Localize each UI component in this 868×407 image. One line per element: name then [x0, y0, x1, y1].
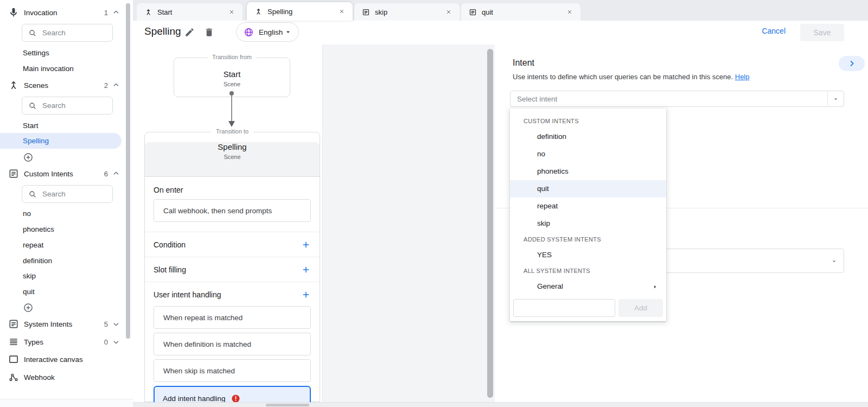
canvas-icon [8, 354, 19, 365]
on-enter-value[interactable]: Call webhook, then send prompts [154, 199, 311, 222]
sidebar-item-settings[interactable]: Settings [23, 48, 115, 59]
menu-item-no[interactable]: no [510, 145, 666, 163]
new-intent-input[interactable] [513, 299, 615, 317]
add-slot-icon[interactable] [301, 265, 311, 275]
handler-when-repeat[interactable]: When repeat is matched [154, 306, 311, 329]
menu-item-yes[interactable]: YES [510, 246, 666, 264]
chevron-up-icon[interactable] [112, 81, 120, 90]
add-intent-handler-icon[interactable] [301, 290, 311, 300]
scene-lane: Transition from Start Scene Transition t… [133, 44, 323, 402]
add-button: Add [618, 299, 663, 317]
sidebar-section-scenes[interactable]: Scenes 2 [0, 78, 124, 92]
condition-label: Condition [154, 240, 186, 249]
sidebar-section-types[interactable]: Types 0 [0, 335, 124, 349]
sidebar-scrollbar[interactable] [126, 3, 130, 339]
sidebar-item-intent-no[interactable]: no [23, 208, 115, 219]
menu-item-general[interactable]: General [510, 278, 666, 295]
intent-panel: Intent Use intents to define which user … [495, 44, 868, 402]
tab-label: Start [157, 8, 228, 16]
scene-type: Scene [145, 154, 320, 160]
condition-section: Condition [145, 232, 320, 257]
scene-icon [8, 80, 19, 91]
section-label: Custom Intents [24, 170, 104, 178]
canvas-scrollbar[interactable] [487, 49, 493, 398]
caret-down-icon [827, 91, 844, 107]
tab-quit[interactable]: quit [461, 3, 580, 21]
from-scene-type: Scene [174, 81, 290, 87]
sidebar-item-intent-quit[interactable]: quit [23, 287, 115, 297]
search-icon [28, 101, 37, 110]
sidebar-item-scene-spelling[interactable]: Spelling [0, 133, 122, 149]
tab-spelling[interactable]: Spelling [247, 2, 353, 21]
webhook-icon [8, 372, 19, 383]
invocation-search[interactable] [22, 24, 113, 42]
chevron-down-icon[interactable] [112, 320, 120, 328]
scenes-search-input[interactable] [42, 101, 102, 110]
custom-intents-search[interactable] [22, 185, 113, 203]
close-icon[interactable] [228, 9, 235, 15]
delete-icon[interactable] [204, 27, 214, 37]
menu-item-phonetics[interactable]: phonetics [510, 163, 666, 180]
chevron-up-icon[interactable] [112, 8, 120, 17]
menu-item-quit[interactable]: quit [510, 180, 666, 198]
scene-icon [254, 8, 263, 16]
scenes-search[interactable] [22, 97, 113, 115]
add-intent-icon[interactable] [23, 302, 34, 313]
section-label: System Intents [24, 320, 104, 328]
caret-down-icon [831, 258, 838, 265]
tab-start[interactable]: Start [137, 3, 242, 21]
bottom-scroll-strip [133, 402, 868, 407]
menu-item-definition[interactable]: definition [510, 128, 666, 145]
sidebar-section-interactive-canvas[interactable]: Interactive canvas [0, 352, 124, 366]
menu-item-general-label: General [537, 282, 563, 290]
caret-down-icon [284, 28, 292, 36]
error-icon [231, 394, 240, 403]
close-icon[interactable] [339, 8, 345, 15]
sidebar-item-intent-phonetics[interactable]: phonetics [23, 224, 115, 235]
sidebar-section-invocation[interactable]: Invocation 1 [0, 5, 124, 20]
sidebar-item-intent-repeat[interactable]: repeat [23, 240, 115, 251]
tab-skip[interactable]: skip [354, 3, 459, 21]
section-label: Interactive canvas [24, 355, 124, 364]
select-intent-field[interactable]: Select intent [510, 91, 844, 107]
section-label: Scenes [24, 81, 104, 90]
sidebar-section-system-intents[interactable]: System Intents 5 [0, 317, 124, 331]
intent-icon [469, 8, 477, 16]
help-link[interactable]: Help [735, 73, 750, 81]
close-icon[interactable] [566, 9, 573, 15]
section-count: 2 [104, 81, 108, 90]
add-scene-icon[interactable] [23, 152, 34, 163]
handler-when-definition[interactable]: When definition is matched [154, 333, 311, 355]
edit-icon[interactable] [184, 27, 195, 37]
custom-intents-search-input[interactable] [42, 190, 102, 198]
save-button: Save [800, 24, 844, 41]
add-condition-icon[interactable] [301, 240, 311, 250]
invocation-search-input[interactable] [42, 29, 102, 37]
chevron-down-icon[interactable] [112, 338, 120, 346]
scene-card: Transition to Spelling Scene On enter Ca… [144, 132, 320, 402]
handler-when-skip[interactable]: When skip is matched [154, 359, 311, 382]
section-label: Invocation [24, 9, 104, 17]
intent-icon [8, 168, 19, 179]
sidebar-item-intent-definition[interactable]: definition [23, 256, 115, 266]
close-icon[interactable] [445, 9, 452, 15]
menu-group-added-system-intents: ADDED SYSTEM INTENTS [510, 232, 666, 246]
section-count: 0 [104, 338, 108, 346]
add-intent-handling-box[interactable]: Add intent handling [154, 386, 311, 402]
sidebar-item-intent-skip[interactable]: skip [23, 271, 115, 282]
sidebar-item-scene-start[interactable]: Start [23, 120, 115, 131]
from-scene-name: Start [174, 69, 290, 79]
sidebar-item-main-invocation[interactable]: Main invocation [23, 63, 115, 74]
sidebar-section-custom-intents[interactable]: Custom Intents 6 [0, 167, 124, 181]
menu-item-skip[interactable]: skip [510, 215, 666, 232]
sidebar-section-webhook[interactable]: Webhook [0, 370, 124, 384]
language-selector[interactable]: English [236, 22, 299, 42]
submenu-arrow-icon [653, 284, 658, 289]
tab-strip: Start Spelling skip [133, 0, 868, 21]
cancel-button[interactable]: Cancel [762, 27, 786, 35]
horizontal-scrollbar[interactable] [266, 404, 309, 406]
chevron-up-icon[interactable] [112, 169, 120, 178]
scene-name: Spelling [145, 142, 320, 151]
menu-item-repeat[interactable]: repeat [510, 198, 666, 215]
collapse-panel-button[interactable] [839, 56, 865, 71]
